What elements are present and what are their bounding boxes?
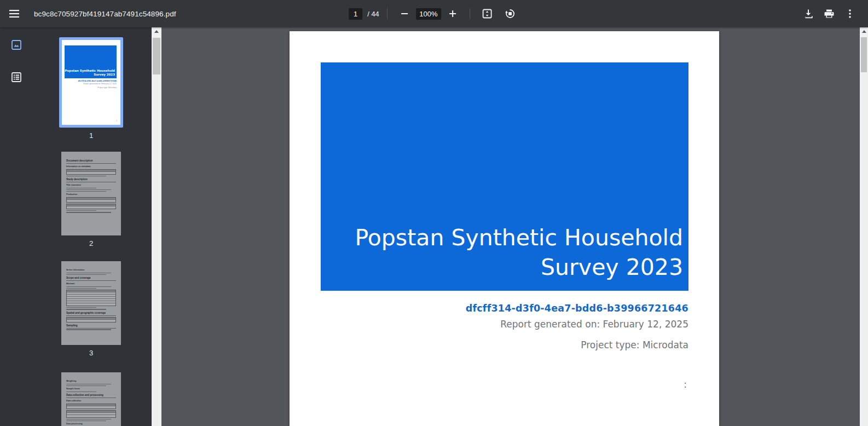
page-number-input[interactable] [349,8,362,20]
mini-project-type: Project type: Microdata [65,87,117,89]
mini-text-line [66,273,111,274]
mini-table [66,169,116,175]
mini-text-line [66,421,106,422]
thumbnail-page-2[interactable]: Document description Information on meta… [61,152,121,235]
thumbnail-label-2: 2 [89,239,93,247]
zoom-level-input[interactable] [416,8,441,20]
mini-table [66,317,116,323]
colon-text: : [321,379,688,390]
download-icon [803,9,813,19]
download-button[interactable] [799,4,818,23]
sidebar-icon-strip [0,27,31,426]
mini-text-line [66,329,111,330]
mini-text-line [66,384,111,385]
mini-page-number: 1 [116,120,117,122]
mini-table [66,204,116,209]
mini-table [66,404,116,409]
mini-heading: Sample frame [66,388,116,390]
document-title-line1: Popstan Synthetic Household [355,223,683,252]
mini-heading: Abstract [66,283,116,285]
main-scrollbar-thumb[interactable] [861,37,867,72]
pdf-viewer-window: bc9c8c705927bf419147ab7491c54896.pdf / 4… [0,0,868,426]
outline-view-button[interactable] [7,68,26,87]
mini-heading: Weighting [66,380,116,383]
thumbnail-item-1: Popstan Synthetic Household Survey 2023 … [31,37,152,140]
plus-icon [448,9,457,18]
menu-button[interactable] [5,4,24,23]
mini-text-line [66,210,96,211]
rotate-counterclockwise-icon [505,8,516,19]
mini-banner: Popstan Synthetic Household Survey 2023 [65,45,117,78]
mini-heading: Data processing [66,423,116,425]
mini-text-line [66,212,111,213]
page-count-label: / 44 [367,10,379,18]
mini-text-line [66,191,106,192]
document-filename: bc9c8c705927bf419147ab7491c54896.pdf [34,10,176,18]
zoom-out-button[interactable] [395,4,414,23]
thumbnail-page-1[interactable]: Popstan Synthetic Household Survey 2023 … [59,37,123,128]
thumbnail-page-3[interactable]: Series information Scope and coverage Ab… [61,261,121,345]
rotate-button[interactable] [501,4,519,23]
toolbar-divider [470,8,470,19]
toolbar-center: / 44 [349,0,519,27]
thumbnail-label-1: 1 [89,131,93,140]
toolbar-divider [387,8,387,19]
hamburger-icon [9,10,19,18]
main-scrollbar[interactable] [860,27,868,426]
mini-heading: Information on metadata [66,165,116,168]
project-type: Project type: Microdata [321,339,688,350]
minus-icon [400,9,409,18]
study-id-link[interactable]: dfcff314-d3f0-4ea7-bdd6-b39966721646 [321,303,688,314]
mini-table [66,197,116,203]
mini-generated-on: Report generated on: February 12, 2025 [65,83,117,85]
sidebar-scrollbar-thumb[interactable] [153,38,160,74]
mini-title-line2: Survey 2023 [94,73,115,77]
document-title-line2: Survey 2023 [355,252,683,282]
thumbnail-page-3-preview: Series information Scope and coverage Ab… [66,267,116,330]
print-icon [824,9,834,19]
document-viewer: Popstan Synthetic Household Survey 2023 … [161,27,860,426]
cover-meta: dfcff314-d3f0-4ea7-bdd6-b39966721646 Rep… [321,303,688,390]
mini-meta: dfcff314-d3f0-4ea7-bdd6-b39966721646 Rep… [65,80,117,89]
mini-heading: Document description [66,159,116,164]
mini-heading: Production [66,193,116,196]
document-title: Popstan Synthetic Household Survey 2023 [355,223,683,282]
mini-heading: Title statement [66,184,116,187]
thumbnail-item-4: Weighting Sample frame Data collection a… [31,372,152,426]
report-generated-date: Report generated on: February 12, 2025 [321,319,688,330]
mini-table [66,410,116,418]
toolbar-left: bc9c8c705927bf419147ab7491c54896.pdf [0,4,176,23]
thumbnail-list: Popstan Synthetic Household Survey 2023 … [31,27,152,426]
mini-text-line [66,309,106,310]
kebab-menu-icon [849,9,851,18]
zoom-in-button[interactable] [443,4,462,23]
mini-text-line [66,288,96,289]
print-button[interactable] [820,4,838,23]
thumbnails-view-button[interactable] [7,36,26,55]
thumbnails-view-icon [10,39,22,53]
mini-text-line [66,307,96,308]
fit-to-page-button[interactable] [478,4,496,23]
mini-text-line [66,274,106,275]
mini-heading: Study description [66,178,116,182]
thumbnail-item-3: Series information Scope and coverage Ab… [31,261,152,357]
toolbar: bc9c8c705927bf419147ab7491c54896.pdf / 4… [0,0,868,27]
thumbnail-sidebar: Popstan Synthetic Household Survey 2023 … [0,27,152,426]
main-scroll-up-arrow[interactable] [860,27,868,36]
sidebar-scroll-up-arrow[interactable] [152,27,161,36]
pdf-page-1: Popstan Synthetic Household Survey 2023 … [290,31,719,426]
mini-heading: Spatial and geographic coverage [66,312,116,316]
mini-text-line [66,286,111,287]
more-options-button[interactable] [841,4,859,23]
thumbnail-page-4[interactable]: Weighting Sample frame Data collection a… [61,372,121,426]
mini-text-line [66,189,111,191]
mini-table [66,290,116,306]
thumbnail-label-3: 3 [89,349,93,357]
mini-heading: Sampling [66,324,116,329]
thumbnail-page-1-preview: Popstan Synthetic Household Survey 2023 … [62,40,120,125]
mini-text-line [66,392,96,393]
mini-heading: Scope and coverage [66,277,116,281]
cover-banner: Popstan Synthetic Household Survey 2023 [321,62,688,291]
sidebar-scrollbar[interactable] [152,27,161,426]
thumbnail-page-2-preview: Document description Information on meta… [66,158,116,213]
